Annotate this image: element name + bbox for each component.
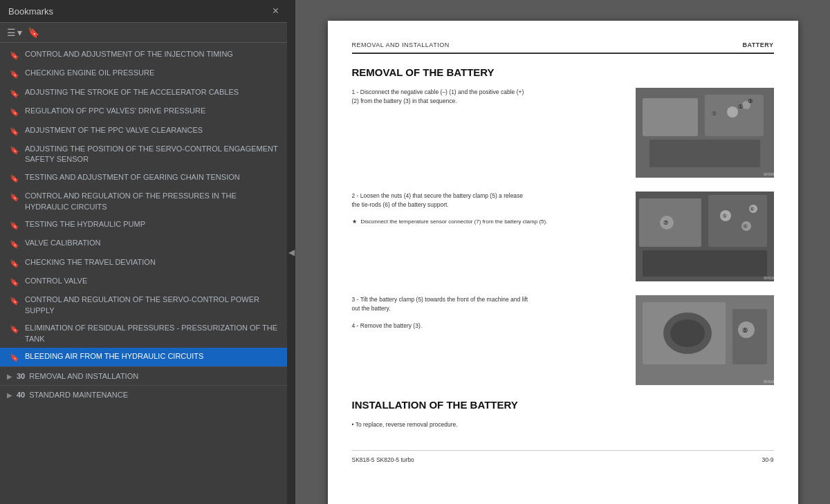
svg-text:⑤: ⑤ xyxy=(722,213,727,219)
bookmark-item[interactable]: 🔖 CHECKING THE TRAVEL DEVIATION xyxy=(0,254,287,272)
svg-point-4 xyxy=(727,106,738,118)
bookmarks-panel: Bookmarks × ☰ ▾ 🔖 🔖 CONTROL AND ADJUSTME… xyxy=(0,0,287,504)
svg-text:③: ③ xyxy=(748,98,753,104)
bookmark-label: CONTROL AND REGULATION OF THE PRESSURES … xyxy=(25,191,280,212)
step-2-text-col: 2 - Loosen the nuts (4) that secure the … xyxy=(352,192,622,225)
bookmark-label: ADJUSTMENT OF THE PPC VALVE CLEARANCES xyxy=(25,125,280,136)
bookmark-marker-icon: 🔖 xyxy=(10,221,19,231)
svg-rect-1 xyxy=(643,98,698,136)
bookmark-item[interactable]: 🔖 TESTING THE HYDRAULIC PUMP xyxy=(0,216,287,234)
bookmarks-list: 🔖 CONTROL AND ADJUSTMENT OF THE INJECTIO… xyxy=(0,43,287,504)
footer-model: SK818-5 SK820-5 turbo xyxy=(352,456,414,463)
svg-text:⑤: ⑤ xyxy=(742,327,748,334)
page-header: REMOVAL AND INSTALLATION BATTERY xyxy=(352,41,774,54)
bookmark-item[interactable]: 🔖 ADJUSTMENT OF THE PPC VALVE CLEARANCES xyxy=(0,122,287,140)
bookmark-marker-icon: 🔖 xyxy=(10,174,19,184)
step-2-text: 2 - Loosen the nuts (4) that secure the … xyxy=(352,192,532,209)
bookmark-label: TESTING AND ADJUSTMENT OF GEARING CHAIN … xyxy=(25,172,280,183)
step-3-row: 3 - Tilt the battery clamp (5) towards t… xyxy=(352,295,774,385)
step-3-text-col: 3 - Tilt the battery clamp (5) towards t… xyxy=(352,295,622,338)
document-viewer: REMOVAL AND INSTALLATION BATTERY REMOVAL… xyxy=(295,0,830,504)
bookmark-item[interactable]: 🔖 VALVE CALIBRATION xyxy=(0,234,287,253)
bookmark-label: BLEEDING AIR FROM THE HYDRAULIC CIRCUITS xyxy=(25,351,280,362)
svg-text:①: ① xyxy=(738,104,743,110)
bookmark-item[interactable]: 🔖 ELIMINATION OF RESIDUAL PRESSURES - PR… xyxy=(0,319,287,348)
bookmark-marker-icon: 🔖 xyxy=(10,145,19,156)
bookmark-marker-icon: 🔖 xyxy=(10,296,19,306)
bookmark-item[interactable]: 🔖 ADJUSTING THE STROKE OF THE ACCELERATO… xyxy=(0,84,287,102)
bookmark-item[interactable]: 🔖 CONTROL AND ADJUSTMENT OF THE INJECTIO… xyxy=(0,46,287,64)
bookmark-marker-icon: 🔖 xyxy=(10,50,19,61)
section-item-30[interactable]: ▶ 30 REMOVAL AND INSTALLATION xyxy=(0,366,287,385)
bookmark-label: ELIMINATION OF RESIDUAL PRESSURES - PRES… xyxy=(25,323,280,344)
resize-arrow-icon: ◀ xyxy=(288,248,295,257)
bookmark-item[interactable]: 🔖 ADJUSTING THE POSITION OF THE SERVO-CO… xyxy=(0,140,287,169)
bookmark-item[interactable]: 🔖 CONTROL AND REGULATION OF THE PRESSURE… xyxy=(0,187,287,216)
bookmark-label: CHECKING THE TRAVEL DEVIATION xyxy=(25,257,280,268)
svg-text:SK818-5: SK818-5 xyxy=(764,172,774,176)
bookmark-marker-icon: 🔖 xyxy=(10,277,19,288)
bookmark-label: VALVE CALIBRATION xyxy=(25,238,280,248)
step-1-text: 1 - Disconnect the negative cable (–) (1… xyxy=(352,88,532,106)
bookmark-item[interactable]: 🔖 REGULATION OF PPC VALVES' DRIVE PRESSU… xyxy=(0,102,287,121)
list-icon: ☰ xyxy=(7,27,16,38)
chevron-right-icon: ▶ xyxy=(7,391,12,399)
document-page: REMOVAL AND INSTALLATION BATTERY REMOVAL… xyxy=(328,21,798,504)
close-button[interactable]: × xyxy=(273,6,279,17)
step-1-image: ① ③ ② SK818-5 xyxy=(636,88,774,178)
bookmark-item[interactable]: 🔖 TESTING AND ADJUSTMENT OF GEARING CHAI… xyxy=(0,169,287,187)
bookmark-marker-icon: 🔖 xyxy=(10,192,19,203)
bookmark-marker-icon: 🔖 xyxy=(10,239,19,250)
bookmark-marker-icon: 🔖 xyxy=(10,88,19,99)
bookmark-marker-icon: 🔖 xyxy=(10,259,19,269)
bookmark-marker-icon: 🔖 xyxy=(10,324,19,335)
bookmark-label: CHECKING ENGINE OIL PRESSURE xyxy=(25,68,280,78)
step-3a-text: 3 - Tilt the battery clamp (5) towards t… xyxy=(352,295,532,313)
installation-text: • To replace, reverse removal procedure. xyxy=(352,420,532,429)
bookmark-icon: 🔖 xyxy=(28,27,39,38)
svg-text:SK818-5: SK818-5 xyxy=(764,276,774,280)
dropdown-arrow: ▾ xyxy=(17,27,22,38)
bookmarks-toolbar: ☰ ▾ 🔖 xyxy=(0,23,287,43)
step-3-image: ⑤ SK818-5 xyxy=(636,295,774,385)
svg-text:⑥: ⑥ xyxy=(750,206,755,212)
svg-text:②: ② xyxy=(712,111,717,117)
svg-text:SK818-5: SK818-5 xyxy=(764,380,774,384)
header-section-label: REMOVAL AND INSTALLATION xyxy=(352,41,450,48)
section-number: 40 xyxy=(17,391,25,399)
resize-handle[interactable]: ◀ xyxy=(287,0,295,504)
section-title-installation: INSTALLATION OF THE BATTERY xyxy=(352,399,774,411)
svg-text:④: ④ xyxy=(743,223,748,230)
note-text: Disconnect the temperature sensor connec… xyxy=(361,218,548,225)
section-label: STANDARD MAINTENANCE xyxy=(29,391,128,399)
svg-rect-13 xyxy=(643,250,767,277)
bookmark-marker-icon: 🔖 xyxy=(10,127,19,137)
step-2-note: ★ Disconnect the temperature sensor conn… xyxy=(352,218,622,225)
list-view-button[interactable]: ☰ ▾ xyxy=(7,27,22,38)
bookmark-label: REGULATION OF PPC VALVES' DRIVE PRESSURE xyxy=(25,106,280,116)
bookmark-item[interactable]: 🔖 CHECKING ENGINE OIL PRESSURE xyxy=(0,64,287,83)
bookmark-item[interactable]: 🔖 CONTROL VALVE xyxy=(0,272,287,291)
bookmark-item[interactable]: 🔖 CONTROL AND REGULATION OF THE SERVO-CO… xyxy=(0,291,287,319)
chevron-right-icon: ▶ xyxy=(7,373,12,380)
installation-description: To replace, reverse removal procedure. xyxy=(356,421,458,428)
section-item-40[interactable]: ▶ 40 STANDARD MAINTENANCE xyxy=(0,385,287,404)
bookmark-label: CONTROL AND ADJUSTMENT OF THE INJECTION … xyxy=(25,49,280,59)
bookmark-label: TESTING THE HYDRAULIC PUMP xyxy=(25,219,280,230)
bookmark-label: ADJUSTING THE STROKE OF THE ACCELERATOR … xyxy=(25,87,280,97)
svg-rect-12 xyxy=(708,195,767,247)
footer-page: 30-9 xyxy=(762,456,773,463)
page-footer: SK818-5 SK820-5 turbo 30-9 xyxy=(352,450,774,463)
svg-point-27 xyxy=(670,319,705,347)
bookmark-item-active[interactable]: 🔖 BLEEDING AIR FROM THE HYDRAULIC CIRCUI… xyxy=(0,348,287,366)
bookmark-add-button[interactable]: 🔖 xyxy=(28,27,39,38)
step-2-row: 2 - Loosen the nuts (4) that secure the … xyxy=(352,192,774,281)
svg-text:⑦: ⑦ xyxy=(663,220,668,226)
bookmark-label: CONTROL VALVE xyxy=(25,276,280,286)
bookmarks-title: Bookmarks xyxy=(8,6,53,17)
bookmark-marker-icon: 🔖 xyxy=(10,69,19,80)
step-2-image: ⑦ ⑤ ④ ⑥ SK818-5 xyxy=(636,192,774,281)
step-1-row: 1 - Disconnect the negative cable (–) (1… xyxy=(352,88,774,178)
svg-rect-3 xyxy=(649,140,760,167)
bookmark-marker-icon: 🔖 xyxy=(10,353,19,363)
